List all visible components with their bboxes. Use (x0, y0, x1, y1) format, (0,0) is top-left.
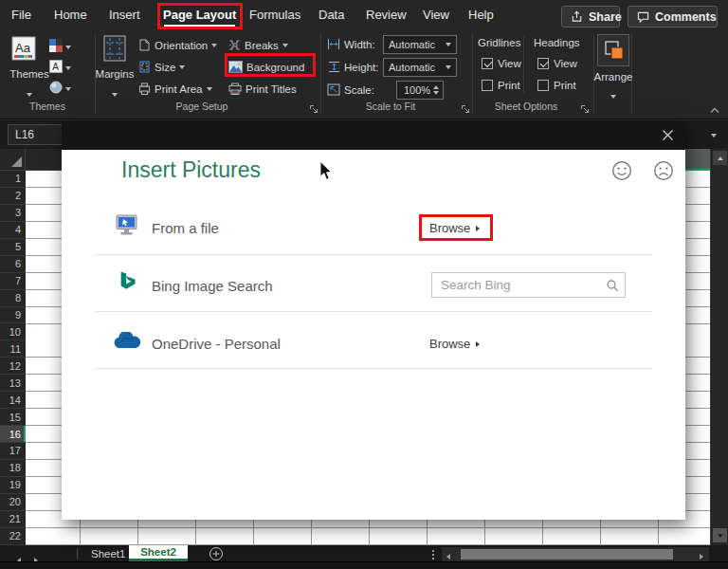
tabbar-resize-handle[interactable] (432, 550, 434, 552)
scale-spinner[interactable]: 100% (396, 81, 444, 100)
feedback-smile-icon[interactable] (611, 160, 632, 181)
column-header-active[interactable] (684, 149, 710, 171)
row-header[interactable]: 3 (0, 205, 26, 222)
onedrive-icon (113, 332, 141, 350)
onedrive-browse-link[interactable]: Browse (429, 337, 480, 351)
row-header[interactable]: 22 (0, 528, 26, 545)
status-bar (0, 561, 728, 569)
tab-formulas[interactable]: Formulas (249, 8, 300, 22)
tab-page-layout[interactable]: Page Layout (163, 8, 236, 22)
page-setup-dialog-launcher[interactable] (309, 101, 318, 118)
sheet-options-group-label: Sheet Options (472, 101, 580, 112)
row-header[interactable]: 13 (0, 375, 26, 392)
chevron-down-icon (610, 85, 616, 102)
ribbon: Aa Themes A Margins Orientation (0, 31, 728, 119)
tab-help[interactable]: Help (468, 8, 494, 22)
row-header[interactable]: 4 (0, 222, 26, 239)
row-header[interactable]: 9 (0, 307, 26, 324)
formula-bar-expand-icon[interactable] (703, 125, 724, 146)
orientation-icon (138, 39, 151, 53)
row-header[interactable]: 16 (0, 426, 26, 443)
chevron-down-icon (282, 44, 288, 47)
margins-button-label[interactable]: Margins (93, 68, 136, 80)
scale-to-fit-dialog-launcher[interactable] (461, 101, 470, 118)
close-icon[interactable] (661, 128, 675, 142)
horizontal-scrollbar[interactable] (442, 547, 709, 561)
row-header[interactable]: 8 (0, 290, 26, 307)
row-header[interactable]: 6 (0, 256, 26, 273)
sheet-tab-sheet1[interactable]: Sheet1 (82, 545, 135, 561)
hscroll-right-icon[interactable] (700, 546, 703, 563)
checkbox-icon[interactable] (537, 80, 549, 91)
orientation-button[interactable]: Orientation (138, 37, 217, 54)
breaks-button[interactable]: Breaks (228, 37, 288, 54)
theme-fonts-button[interactable]: A (49, 60, 71, 77)
row-header[interactable]: 21 (0, 511, 26, 528)
arrange-button-label[interactable]: Arrange (588, 71, 639, 83)
row-header[interactable]: 15 (0, 409, 26, 426)
scroll-up-icon[interactable] (713, 151, 727, 165)
tab-view[interactable]: View (423, 8, 449, 22)
share-button[interactable]: Share (561, 6, 620, 28)
row-header[interactable]: 18 (0, 460, 26, 477)
row-header[interactable]: 20 (0, 494, 26, 511)
select-all-button[interactable] (0, 149, 26, 170)
row-header[interactable]: 14 (0, 392, 26, 409)
row-header[interactable]: 17 (0, 443, 26, 460)
insert-pictures-dialog: Insert Pictures From a file Browse Bing … (62, 121, 685, 520)
theme-colors-button[interactable] (49, 39, 71, 56)
row-header[interactable]: 2 (0, 188, 26, 205)
height-icon (327, 61, 340, 75)
search-bing-input[interactable] (431, 272, 626, 298)
background-button[interactable]: Background (228, 59, 304, 76)
headings-print-checkbox[interactable]: Print (537, 80, 576, 91)
row-header[interactable]: 5 (0, 239, 26, 256)
add-sheet-button[interactable] (209, 547, 223, 560)
comments-button[interactable]: Comments (628, 6, 718, 28)
size-button[interactable]: Size (138, 59, 185, 76)
gridlines-label: Gridlines (478, 37, 520, 48)
width-dropdown[interactable]: Automatic (383, 35, 457, 54)
row-header[interactable]: 1 (0, 171, 26, 188)
theme-effects-button[interactable] (49, 81, 71, 98)
checkbox-icon[interactable] (537, 58, 549, 69)
row-header[interactable]: 11 (0, 340, 26, 358)
headings-view-checkbox[interactable]: View (537, 58, 577, 69)
spinner-arrows-icon[interactable] (433, 85, 439, 95)
height-dropdown[interactable]: Automatic (383, 58, 457, 77)
hscroll-thumb[interactable] (461, 549, 673, 560)
sheet-options-dialog-launcher[interactable] (580, 101, 590, 118)
row-header[interactable]: 12 (0, 358, 26, 375)
tab-data[interactable]: Data (318, 8, 344, 22)
divider (95, 368, 652, 369)
divider (95, 311, 652, 312)
themes-button[interactable]: Aa (11, 36, 38, 66)
width-icon (327, 38, 340, 52)
print-titles-button[interactable]: Print Titles (228, 81, 297, 98)
tab-insert[interactable]: Insert (109, 8, 140, 22)
row-header[interactable]: 19 (0, 477, 26, 494)
gridlines-view-checkbox[interactable]: View (482, 58, 521, 69)
tab-review[interactable]: Review (366, 8, 407, 22)
gridlines-print-checkbox[interactable]: Print (482, 80, 520, 91)
theme-fonts-icon: A (49, 60, 63, 77)
checkbox-icon[interactable] (482, 58, 493, 69)
checkbox-icon[interactable] (482, 80, 493, 91)
tab-file[interactable]: File (11, 8, 31, 22)
hscroll-left-icon[interactable] (446, 546, 450, 563)
margins-button[interactable] (102, 35, 128, 66)
collapse-ribbon-icon[interactable] (709, 101, 720, 119)
row-header[interactable]: 7 (0, 273, 26, 290)
sheet-tab-sheet2[interactable]: Sheet2 (129, 545, 188, 561)
search-icon[interactable] (606, 279, 619, 292)
vertical-scrollbar[interactable] (710, 149, 728, 545)
scroll-down-icon[interactable] (713, 528, 727, 542)
print-area-button[interactable]: Print Area (138, 81, 212, 98)
row-header[interactable]: 10 (0, 323, 26, 340)
arrange-button[interactable] (597, 34, 629, 66)
tab-home[interactable]: Home (54, 8, 87, 22)
feedback-frown-icon[interactable] (653, 160, 674, 181)
scale-row: Scale: (327, 82, 374, 99)
arrow-right-icon (476, 226, 480, 231)
from-file-browse-link[interactable]: Browse (429, 221, 480, 235)
